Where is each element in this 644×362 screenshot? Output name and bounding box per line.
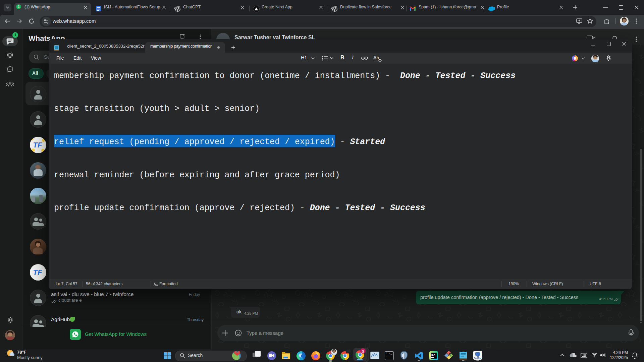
svg-text:1: 1: [18, 5, 20, 9]
